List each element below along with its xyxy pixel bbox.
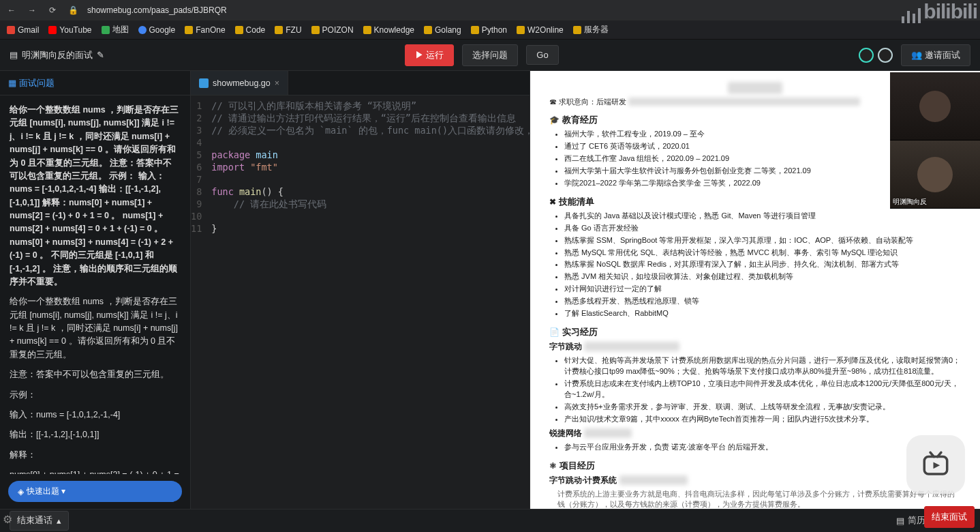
- list-item: 熟悉 MySQL 常用优化 SQL、表结构设计等经验，熟悉 MVCC 机制、事务…: [564, 248, 961, 258]
- bookmark-label: FZU: [286, 25, 301, 35]
- invite-label: 邀请面试: [925, 50, 960, 60]
- list-item: 熟悉多线程开发、熟悉线程池原理、锁等: [564, 296, 961, 307]
- section-projects: ⚛项目经历: [549, 460, 961, 472]
- reload-icon[interactable]: ⟳: [46, 5, 59, 15]
- bilibili-watermark: bilibili: [902, 0, 977, 23]
- problem-body: 给你一个整数数组 nums ，判断是否存在三元组 [nums[i], nums[…: [0, 95, 190, 474]
- go-file-icon: [199, 78, 209, 88]
- video-tile-remote[interactable]: 📷 🎤 🖵 ⛶ 97946: [890, 72, 980, 141]
- chevron-up-icon: ▴: [57, 516, 61, 526]
- blurred-contact: [628, 98, 860, 106]
- list-item: 产出知识/技术文章9篇，其中xxxxx 在内网ByteTech首页推荐一周；团队…: [564, 414, 961, 425]
- bookmark-item[interactable]: Gmail: [7, 25, 39, 35]
- list-item: 具备扎实的 Java 基础以及设计模式理论，熟悉 Git、Maven 等进行项目…: [564, 211, 961, 222]
- file-tab-label: showmebug.go: [213, 78, 271, 88]
- favicon-icon: [311, 26, 320, 34]
- bookmark-item[interactable]: Golang: [424, 25, 461, 35]
- back-icon[interactable]: ←: [5, 5, 18, 15]
- favicon-icon: [424, 26, 432, 34]
- list-item: 具备 Go 语言开发经验: [564, 223, 961, 234]
- avatar[interactable]: [859, 48, 874, 63]
- invite-button[interactable]: 👥 邀请面试: [901, 44, 970, 66]
- code-editor[interactable]: 1234567891011 // 可以引入的库和版本相关请参考 “环境说明”//…: [191, 95, 530, 509]
- favicon-icon: [517, 26, 525, 34]
- intern2-list: 参与云平台应用业务开发，负责 诺克·波塞冬平台 的后端开发。: [549, 442, 961, 453]
- bookmark-item[interactable]: Knowledge: [363, 25, 414, 35]
- file-tab[interactable]: showmebug.go ×: [191, 71, 288, 95]
- end-call-button[interactable]: 结束通话▴: [10, 511, 69, 531]
- forward-icon[interactable]: →: [26, 5, 38, 15]
- problem-text: 输入：nums = [-1,0,1,2,-1,-4]: [10, 409, 181, 422]
- problem-tab-label: 面试问题: [19, 77, 55, 89]
- bookmark-label: POIZON: [322, 25, 354, 35]
- intern-company: 字节跳动: [549, 342, 582, 351]
- line-gutter: 1234567891011: [191, 95, 207, 509]
- close-icon[interactable]: ×: [275, 78, 279, 88]
- quick-question-label: 快速出题 ▾: [27, 486, 65, 497]
- editor-tabs: showmebug.go ×: [191, 71, 530, 95]
- invite-icon: 👥: [911, 50, 925, 60]
- bookmark-item[interactable]: Python: [471, 25, 507, 35]
- favicon-icon: [185, 26, 193, 34]
- problem-text: 给你一个整数数组 nums ，判断是否存在三元组 [nums[i], nums[…: [10, 104, 181, 289]
- intern1-list: 针对大促、抢购等高并发场景下 计费系统所用数据库出现的热点分片问题，进行一系列降…: [549, 355, 961, 425]
- section-intern: 📄实习经历: [549, 326, 961, 338]
- bookmark-item[interactable]: FanOne: [185, 25, 225, 35]
- list-item: 计费系统日志或未在支付域内上榜TOP10，立项日志中间件开发及成本优化，单位日志…: [564, 379, 961, 400]
- run-button[interactable]: ▶ 运行: [405, 44, 455, 66]
- code-lines[interactable]: // 可以引入的库和版本相关请参考 “环境说明”// 请通过输出方法打印代码运行…: [207, 95, 585, 509]
- end-interview-button[interactable]: 结束面试: [924, 506, 975, 528]
- bookmark-item[interactable]: Code: [235, 25, 266, 35]
- bookmark-item[interactable]: 服务器: [573, 24, 609, 35]
- problem-tab[interactable]: ▦ 面试问题: [0, 71, 190, 95]
- bookmark-label: 地图: [112, 24, 129, 35]
- doc-title[interactable]: ▤ 明渊陶向反的面试 ✎: [10, 49, 104, 61]
- list-item: 高效支持5+业务需求开发，参与评审、开发、联调、测试、上线等研发全流程，无事故/…: [564, 402, 961, 413]
- bookmarks-bar: GmailYouTube地图GoogleFanOneCodeFZUPOIZONK…: [0, 20, 980, 40]
- doc-icon: ▤: [10, 50, 18, 60]
- list-item: 熟练掌握 NoSQL 数据库 Redis，对其原理有深入了解，如主从同步、持久化…: [564, 259, 961, 270]
- list-item: 熟练掌握 SSM、SpringBoot 等常用开发框架，深入学习其原理，如：IO…: [564, 235, 961, 246]
- quick-question-button[interactable]: ◈ 快速出题 ▾: [8, 481, 182, 502]
- list-item: 针对大促、抢购等高并发场景下 计费系统所用数据库出现的热点分片问题，进行一系列降…: [564, 355, 961, 377]
- problem-text: 给你一个整数数组 nums ，判断是否存在三元组 [nums[i], nums[…: [10, 295, 181, 361]
- bookmark-item[interactable]: YouTube: [48, 25, 91, 35]
- favicon-icon: [275, 26, 283, 34]
- problem-text: 示例：: [10, 389, 181, 402]
- floating-play-button[interactable]: [906, 435, 965, 494]
- bookmark-item[interactable]: FZU: [275, 25, 301, 35]
- bookmark-item[interactable]: 地图: [102, 24, 129, 35]
- bookmark-item[interactable]: Google: [138, 25, 176, 35]
- video-tile-self[interactable]: 明渊陶向反: [890, 141, 980, 209]
- project-desc: 计费系统的上游主要业务方就是电商、抖音电商玩法多样，因此每笔订单涉及多个分账方，…: [549, 489, 961, 509]
- bookmark-label: W2Online: [527, 25, 564, 35]
- bookmark-label: Knowledge: [374, 25, 414, 35]
- bookmark-item[interactable]: W2Online: [517, 25, 564, 35]
- bookmark-label: Google: [149, 25, 176, 35]
- bookmark-item[interactable]: POIZON: [311, 25, 354, 35]
- intern-company: 锐捷网络: [549, 428, 582, 438]
- settings-icon[interactable]: ⚙: [3, 513, 12, 528]
- job-target: 求职意向：后端研发: [559, 98, 626, 106]
- select-question-button[interactable]: 选择问题: [462, 44, 518, 66]
- lang-button[interactable]: Go: [526, 45, 558, 65]
- problem-text: 输出：[[-1,-1,2],[-1,0,1]]: [10, 428, 181, 441]
- avatar[interactable]: [878, 48, 893, 63]
- list-item: 了解 ElasticSearch、RabbitMQ: [564, 308, 961, 319]
- list-item: 参与云平台应用业务开发，负责 诺克·波塞冬平台 的后端开发。: [564, 442, 961, 453]
- edit-icon[interactable]: ✎: [97, 50, 104, 60]
- problem-text: 注意：答案中不可以包含重复的三元组。: [10, 368, 181, 381]
- favicon-icon: [471, 26, 479, 34]
- bookmark-label: Python: [482, 25, 507, 35]
- video-stack: 📷 🎤 🖵 ⛶ 97946 明渊陶向反: [890, 72, 980, 209]
- workspace: ▦ 面试问题 给你一个整数数组 nums ，判断是否存在三元组 [nums[i]…: [0, 71, 980, 509]
- project-title: 字节跳动·计费系统: [549, 475, 617, 485]
- app-bar: ▤ 明渊陶向反的面试 ✎ ▶ 运行 选择问题 Go 👥 邀请面试: [0, 40, 980, 71]
- video-label: 明渊陶向反: [893, 197, 927, 207]
- problem-text: nums[0] + nums[1] + nums[2] = (-1) + 0 +…: [10, 469, 181, 474]
- favicon-icon: [48, 26, 57, 34]
- favicon-icon: [363, 26, 371, 34]
- url-text[interactable]: showmebug.com/paas_pads/BJBRQR: [87, 5, 227, 15]
- tv-play-icon: [921, 449, 951, 479]
- bookmark-label: YouTube: [59, 25, 91, 35]
